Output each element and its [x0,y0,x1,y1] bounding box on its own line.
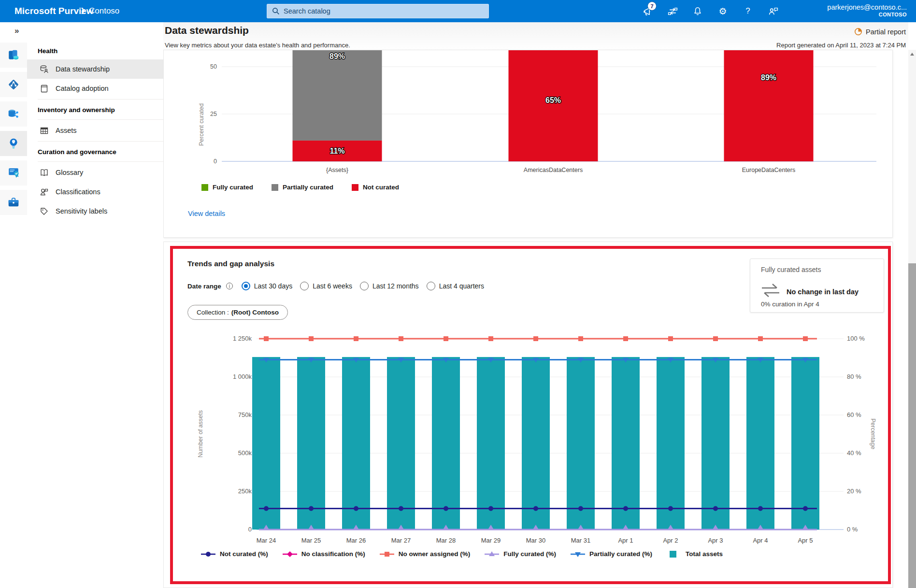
purview-app: { "topbar": { "brand": "Microsoft Purvie… [0,0,916,588]
settings-icon[interactable]: ⚙ [717,5,729,17]
date-range-option-last-4-quarters[interactable]: Last 4 quarters [427,282,484,290]
legend-item-not-curated[interactable]: Not curated (%) [201,550,268,558]
date-range-option-last-6-weeks[interactable]: Last 6 weeks [300,282,352,290]
sidebar-item-catalog-adoption[interactable]: Catalog adoption [27,79,163,98]
radio-label: Last 12 months [372,282,419,290]
open-book-icon [40,168,49,177]
legend-label: No owner assigned (%) [399,550,471,558]
data-map-icon[interactable] [0,72,27,97]
feedback-icon[interactable] [767,5,779,17]
notifications-icon[interactable] [692,5,703,17]
whats-new-icon[interactable]: 7 [642,5,653,17]
svg-text:65%: 65% [545,96,561,104]
nav-divider [38,99,163,100]
legend-marker-icon [283,551,297,558]
sidebar-item-glossary[interactable]: Glossary [27,163,163,182]
svg-text:Mar 30: Mar 30 [526,537,545,544]
trends-chart: 0250k500k750k1 000k1 250k0 %20 %40 %60 %… [164,319,893,550]
label-icon [40,207,49,216]
legend-item-no-owner-assigned[interactable]: No owner assigned (%) [380,550,471,558]
data-quality-icon[interactable] [0,160,27,186]
legend-label: Not curated [363,184,399,191]
radio-button[interactable] [427,282,435,290]
nav-section-header: Inventory and ownership [27,100,163,118]
collection-filter-chip[interactable]: Collection : (Root) Contoso [187,305,288,320]
breadcrumb-org[interactable]: Contoso [89,6,119,16]
nav-section-header: Curation and governance [27,143,163,160]
svg-text:60 %: 60 % [847,411,861,418]
trends-title: Trends and gap analysis [187,259,274,268]
trends-legend: Not curated (%)No classification (%)No o… [201,550,723,558]
radio-button[interactable] [242,282,250,290]
date-range-row: Date range i Last 30 daysLast 6 weeksLas… [187,282,492,290]
sidebar-item-label: Data stewardship [56,65,110,73]
legend-item-fully-curated[interactable]: Fully curated (%) [485,550,556,558]
radio-button[interactable] [300,282,309,290]
svg-text:89%: 89% [761,73,776,82]
data-share-icon[interactable] [0,101,27,127]
sidebar-item-label: Glossary [56,169,83,176]
svg-text:250k: 250k [238,488,252,495]
svg-text:20 %: 20 % [847,488,861,495]
insights-icon[interactable] [0,131,27,156]
notification-badge: 7 [647,1,657,11]
top-bar: Microsoft Purview ❯ Contoso Search catal… [0,0,916,22]
scrollbar-thumb[interactable] [908,263,916,588]
legend-marker-icon [485,551,499,558]
legend-marker-icon [201,551,215,558]
partial-report-label: Partial report [866,28,906,36]
kpi-subtext: 0% curation in Apr 4 [761,301,819,308]
svg-text:{Assets}: {Assets} [326,167,348,173]
fully-curated-kpi-card: Fully curated assets No change in last d… [750,258,884,313]
svg-text:Mar 29: Mar 29 [481,537,501,544]
svg-text:40 %: 40 % [847,449,861,457]
legend-swatch [352,184,358,191]
sidebar-item-label: Sensitivity labels [56,207,107,215]
sidebar-item-sensitivity-labels[interactable]: Sensitivity labels [27,201,163,221]
sidebar-item-data-stewardship[interactable]: Data stewardship [27,59,163,79]
svg-text:Mar 25: Mar 25 [301,537,321,544]
svg-text:11%: 11% [329,147,344,155]
view-details-link[interactable]: View details [188,210,225,217]
scrollbar-up-arrow-icon[interactable] [910,53,914,56]
nav-divider [38,141,163,142]
legend-item-total-assets[interactable]: Total assets [667,550,723,558]
info-icon[interactable]: i [226,283,233,289]
app-rail: » [0,22,27,588]
sidebar-item-classifications[interactable]: Classifications [27,182,163,201]
rail-expand-icon[interactable]: » [14,26,19,36]
org-switch-icon[interactable] [667,5,678,17]
legend-item-partially-curated[interactable]: Partially curated [272,184,333,191]
help-icon[interactable]: ? [742,5,754,17]
legend-item-not-curated[interactable]: Not curated [352,184,399,191]
svg-text:Mar 27: Mar 27 [391,537,411,544]
svg-text:Mar 24: Mar 24 [257,537,276,544]
management-icon[interactable] [0,190,27,215]
legend-item-fully-curated[interactable]: Fully curated [201,184,253,191]
svg-text:50: 50 [210,63,217,70]
page-title: Data stewardship [165,25,249,36]
radio-button[interactable] [360,282,369,290]
radio-label: Last 4 quarters [439,282,484,290]
date-range-option-last-12-months[interactable]: Last 12 months [360,282,419,290]
nav-divider [38,161,163,162]
legend-item-partially-curated[interactable]: Partially curated (%) [571,550,652,558]
legend-marker-icon [667,551,681,558]
sidebar-item-assets[interactable]: Assets [27,121,163,140]
sidebar-item-label: Catalog adoption [56,85,109,92]
sidebar-item-label: Assets [56,127,77,134]
account-info[interactable]: parkerjones@contoso.c... CONTOSO [827,3,907,18]
svg-text:0: 0 [248,526,252,533]
trends-card: Trends and gap analysis Date range i Las… [163,242,893,588]
classification-icon [40,187,49,197]
svg-text:Percent curated: Percent curated [198,103,205,146]
svg-text:Percentage: Percentage [870,418,876,449]
vertical-scrollbar[interactable] [908,50,916,588]
svg-text:EuropeDataCenters: EuropeDataCenters [742,167,795,173]
legend-item-no-classification[interactable]: No classification (%) [283,550,365,558]
date-range-option-last-30-days[interactable]: Last 30 days [242,282,292,290]
data-catalog-icon[interactable] [0,43,27,68]
svg-text:80 %: 80 % [847,373,861,380]
svg-text:Apr 4: Apr 4 [753,537,768,544]
search-input[interactable]: Search catalog [267,4,489,18]
